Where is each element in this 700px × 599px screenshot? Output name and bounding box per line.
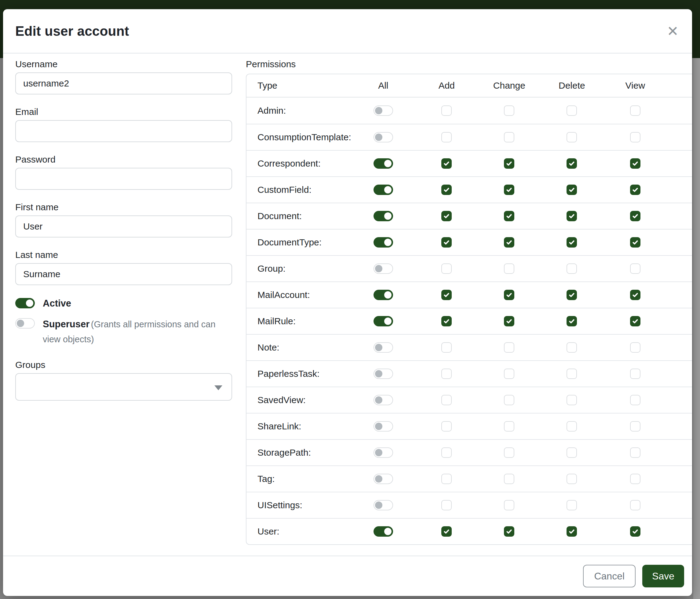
permission-delete-checkbox[interactable] xyxy=(567,421,577,432)
permission-add-checkbox[interactable] xyxy=(441,526,452,537)
permission-all-toggle[interactable] xyxy=(374,158,393,169)
first-name-input[interactable] xyxy=(15,215,232,237)
permission-all-toggle[interactable] xyxy=(374,368,393,379)
permission-view-checkbox[interactable] xyxy=(630,132,641,142)
permission-change-checkbox[interactable] xyxy=(504,105,514,116)
permission-delete-checkbox[interactable] xyxy=(567,500,577,510)
permission-all-toggle[interactable] xyxy=(374,211,393,221)
groups-select[interactable] xyxy=(15,373,232,401)
permission-add-checkbox[interactable] xyxy=(441,237,452,247)
permission-add-checkbox[interactable] xyxy=(441,474,452,484)
permission-add-checkbox[interactable] xyxy=(441,158,452,169)
permission-change-checkbox[interactable] xyxy=(504,474,514,484)
permission-change-checkbox[interactable] xyxy=(504,316,514,327)
permission-view-checkbox[interactable] xyxy=(630,185,641,195)
permission-view-checkbox[interactable] xyxy=(630,316,641,327)
permission-add-checkbox[interactable] xyxy=(441,316,452,327)
permission-delete-checkbox[interactable] xyxy=(567,237,577,247)
permission-all-toggle[interactable] xyxy=(374,448,393,458)
permission-delete-checkbox[interactable] xyxy=(567,342,577,353)
permission-view-checkbox[interactable] xyxy=(630,500,641,510)
permission-change-checkbox[interactable] xyxy=(504,500,514,510)
permission-add-checkbox[interactable] xyxy=(441,500,452,510)
permission-change-checkbox[interactable] xyxy=(504,395,514,405)
close-icon[interactable]: ✕ xyxy=(664,22,682,40)
permission-change-checkbox[interactable] xyxy=(504,237,514,247)
permission-all-toggle[interactable] xyxy=(374,290,393,300)
permission-add-checkbox[interactable] xyxy=(441,290,452,300)
permission-view-checkbox[interactable] xyxy=(630,211,641,221)
permission-all-toggle[interactable] xyxy=(374,316,393,327)
permission-delete-checkbox[interactable] xyxy=(567,263,577,274)
permission-all-toggle[interactable] xyxy=(374,237,393,247)
permission-view-checkbox[interactable] xyxy=(630,290,641,300)
permission-change-checkbox[interactable] xyxy=(504,263,514,274)
permission-change-checkbox[interactable] xyxy=(504,211,514,221)
permission-delete-checkbox[interactable] xyxy=(567,211,577,221)
username-input[interactable] xyxy=(15,72,232,94)
active-toggle[interactable] xyxy=(15,298,35,308)
permission-view-checkbox[interactable] xyxy=(630,421,641,432)
permission-change-checkbox[interactable] xyxy=(504,421,514,432)
permission-type-label: MailRule: xyxy=(247,316,351,327)
permission-add-checkbox[interactable] xyxy=(441,132,452,142)
permission-all-toggle[interactable] xyxy=(374,185,393,195)
permission-all-toggle[interactable] xyxy=(374,263,393,274)
permission-change-checkbox[interactable] xyxy=(504,158,514,169)
permission-all-toggle[interactable] xyxy=(374,500,393,510)
permission-delete-checkbox[interactable] xyxy=(567,526,577,537)
permission-all-toggle[interactable] xyxy=(374,132,393,142)
permission-change-checkbox[interactable] xyxy=(504,448,514,458)
permission-delete-checkbox[interactable] xyxy=(567,448,577,458)
permission-add-checkbox[interactable] xyxy=(441,211,452,221)
permission-all-toggle[interactable] xyxy=(374,474,393,484)
permission-view-checkbox[interactable] xyxy=(630,342,641,353)
permission-all-toggle[interactable] xyxy=(374,105,393,116)
permission-view-checkbox[interactable] xyxy=(630,368,641,379)
permission-delete-checkbox[interactable] xyxy=(567,368,577,379)
permission-delete-checkbox[interactable] xyxy=(567,158,577,169)
permission-change-checkbox[interactable] xyxy=(504,132,514,142)
permission-view-checkbox[interactable] xyxy=(630,158,641,169)
permission-add-checkbox[interactable] xyxy=(441,185,452,195)
permission-add-checkbox[interactable] xyxy=(441,105,452,116)
check-icon xyxy=(506,291,512,298)
permission-delete-checkbox[interactable] xyxy=(567,395,577,405)
permission-all-toggle[interactable] xyxy=(374,526,393,537)
permission-delete-checkbox[interactable] xyxy=(567,316,577,327)
email-input[interactable] xyxy=(15,120,232,142)
permission-delete-checkbox[interactable] xyxy=(567,132,577,142)
permission-add-checkbox[interactable] xyxy=(441,421,452,432)
permission-add-checkbox[interactable] xyxy=(441,448,452,458)
last-name-input[interactable] xyxy=(15,263,232,285)
permission-delete-checkbox[interactable] xyxy=(567,105,577,116)
permission-change-checkbox[interactable] xyxy=(504,368,514,379)
permission-view-checkbox[interactable] xyxy=(630,474,641,484)
permission-change-checkbox[interactable] xyxy=(504,526,514,537)
permission-delete-checkbox[interactable] xyxy=(567,474,577,484)
permission-all-toggle[interactable] xyxy=(374,342,393,353)
permission-row: MailRule: xyxy=(247,308,692,334)
permission-view-checkbox[interactable] xyxy=(630,395,641,405)
permission-add-checkbox[interactable] xyxy=(441,263,452,274)
permission-view-checkbox[interactable] xyxy=(630,105,641,116)
permission-delete-checkbox[interactable] xyxy=(567,290,577,300)
permission-add-checkbox[interactable] xyxy=(441,342,452,353)
permission-change-checkbox[interactable] xyxy=(504,290,514,300)
permission-delete-checkbox[interactable] xyxy=(567,185,577,195)
permission-change-checkbox[interactable] xyxy=(504,185,514,195)
permission-view-checkbox[interactable] xyxy=(630,263,641,274)
cancel-button[interactable]: Cancel xyxy=(583,565,635,588)
permission-change-checkbox[interactable] xyxy=(504,342,514,353)
save-button[interactable]: Save xyxy=(642,565,684,588)
permission-add-checkbox[interactable] xyxy=(441,395,452,405)
password-input[interactable] xyxy=(15,168,232,190)
permission-view-checkbox[interactable] xyxy=(630,448,641,458)
permission-all-toggle[interactable] xyxy=(374,421,393,432)
permission-view-checkbox[interactable] xyxy=(630,526,641,537)
permission-view-checkbox[interactable] xyxy=(630,237,641,247)
superuser-toggle[interactable] xyxy=(15,318,35,329)
permission-all-toggle[interactable] xyxy=(374,395,393,405)
permission-add-checkbox[interactable] xyxy=(441,368,452,379)
page-scrollbar[interactable] xyxy=(693,58,700,599)
